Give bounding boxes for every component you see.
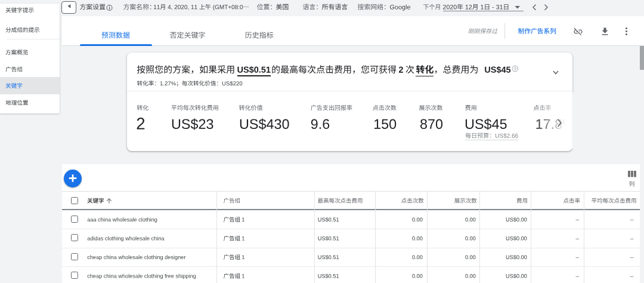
svg-text:?: ? (514, 66, 516, 72)
